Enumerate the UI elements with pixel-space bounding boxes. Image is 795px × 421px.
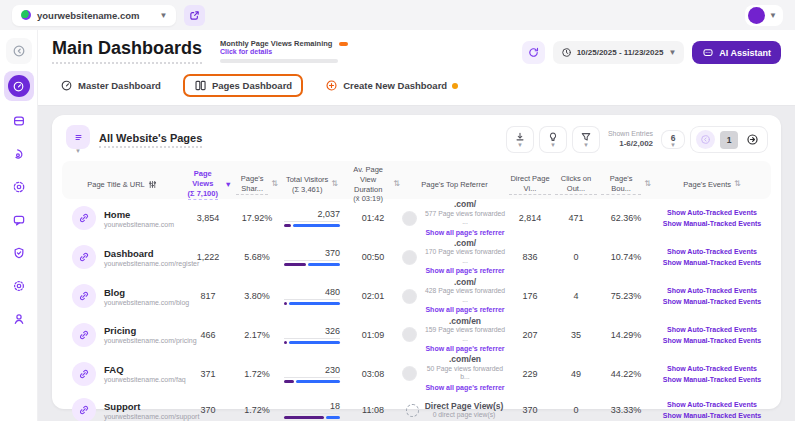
pages-table-card: ▼ All Website's Pages ▼ ▼ <box>52 115 781 409</box>
col-page-views[interactable]: Page Views(Σ 7,100) ▼ <box>182 165 234 203</box>
ai-assistant-button[interactable]: AI Assistant <box>692 41 781 64</box>
date-range-value: 10/25/2025 - 11/23/2025 <box>577 48 664 57</box>
tab-pages-dashboard[interactable]: Pages Dashboard <box>183 74 303 97</box>
show-manual-tracked-events-link[interactable]: Show Manual-Tracked Events <box>653 296 771 307</box>
total-visitors-value: 480 <box>284 287 340 300</box>
sidebar-item-account[interactable] <box>6 306 32 332</box>
col-page-title[interactable]: Page Title & URL <box>62 176 182 194</box>
visitors-bar-purple <box>284 224 291 227</box>
quota-widget[interactable]: Monthly Page Views Remaining Click for d… <box>220 39 348 63</box>
current-page[interactable]: 1 <box>720 131 738 149</box>
next-page-button[interactable] <box>743 130 762 149</box>
sidebar-item-settings[interactable] <box>6 273 32 299</box>
user-menu[interactable]: ▼ <box>745 5 783 26</box>
page-title[interactable]: Blog <box>104 287 189 298</box>
show-auto-tracked-events-link[interactable]: Show Auto-Tracked Events <box>653 399 771 410</box>
page-share-value: 3.80% <box>234 291 280 301</box>
show-all-referrers-link[interactable]: Show all page's referrer <box>425 306 504 315</box>
open-website-button[interactable] <box>184 5 205 26</box>
show-all-referrers-link[interactable]: Show all page's referrer <box>425 229 504 238</box>
bounce-rate-value: 10.74% <box>599 252 653 262</box>
inbox-icon <box>12 114 26 128</box>
col-page-events[interactable]: Page's Events⇅ <box>653 175 771 193</box>
show-manual-tracked-events-link[interactable]: Show Manual-Tracked Events <box>653 218 771 229</box>
page-title[interactable]: FAQ <box>104 364 186 375</box>
total-visitors-value: 18 <box>284 401 340 414</box>
page-views-value: 3,854 <box>182 213 234 223</box>
show-manual-tracked-events-link[interactable]: Show Manual-Tracked Events <box>653 257 771 268</box>
tab-master-dashboard[interactable]: Master Dashboard <box>54 75 167 96</box>
referrer-subtitle: 577 Page views forwarded ... <box>423 210 507 227</box>
page-views-value: 371 <box>182 369 234 379</box>
sidebar-item-inbox[interactable] <box>6 108 32 134</box>
show-manual-tracked-events-link[interactable]: Show Manual-Tracked Events <box>653 374 771 385</box>
shown-entries-label: Shown Entries <box>608 130 653 139</box>
show-manual-tracked-events-link[interactable]: Show Manual-Tracked Events <box>653 410 771 421</box>
sidebar-item-recordings[interactable] <box>6 141 32 167</box>
sidebar-item-dashboards[interactable] <box>4 71 34 101</box>
visitors-bar-purple <box>284 416 324 419</box>
sidebar-item-feedback[interactable] <box>6 207 32 233</box>
page-share-value: 2.17% <box>234 330 280 340</box>
table-widget-icon[interactable] <box>66 125 90 149</box>
avg-duration-value: 01:42 <box>344 213 402 223</box>
show-auto-tracked-events-link[interactable]: Show Auto-Tracked Events <box>653 285 771 296</box>
show-all-referrers-link[interactable]: Show all page's referrer <box>425 345 504 354</box>
show-auto-tracked-events-link[interactable]: Show Auto-Tracked Events <box>653 324 771 335</box>
col-bounce-rate[interactable]: Page's Bou...⇅ <box>599 170 653 200</box>
website-selector[interactable]: yourwebsitename.com ▼ <box>12 5 176 26</box>
sort-icon: ⇅ <box>734 179 741 189</box>
chevron-down-icon: ▼ <box>670 143 676 148</box>
show-auto-tracked-events-link[interactable]: Show Auto-Tracked Events <box>653 363 771 374</box>
visitors-bar <box>284 380 340 383</box>
table-row: Dashboard yourwebsitename.com/register 1… <box>62 238 771 277</box>
sidebar-item-integrations[interactable] <box>6 174 32 200</box>
quota-details-link[interactable]: Click for details <box>220 48 348 55</box>
total-visitors: 2,037 <box>284 209 340 227</box>
page-share-value: 5.68% <box>234 252 280 262</box>
visitors-bar <box>284 224 340 227</box>
col-direct-views[interactable]: Direct Page Vi... <box>507 170 553 200</box>
app-screen: yourwebsitename.com ▼ ▼ <box>0 0 795 421</box>
show-manual-tracked-events-link[interactable]: Show Manual-Tracked Events <box>653 335 771 346</box>
table-row: Pricing yourwebsitename.com/pricing 466 … <box>62 316 771 355</box>
refresh-icon <box>527 46 540 59</box>
col-top-referrer[interactable]: Page's Top Referrer <box>402 176 507 194</box>
direct-views-value: 207 <box>507 330 553 340</box>
show-auto-tracked-events-link[interactable]: Show Auto-Tracked Events <box>653 246 771 257</box>
sort-icon: ⇅ <box>393 179 400 189</box>
show-all-referrers-link[interactable]: Show all page's referrer <box>425 384 504 393</box>
avg-duration-value: 01:09 <box>344 330 402 340</box>
show-auto-tracked-events-link[interactable]: Show Auto-Tracked Events <box>653 207 771 218</box>
referrer-favicon <box>402 366 417 381</box>
page-size-select[interactable]: 6 ▼ <box>662 131 684 148</box>
col-total-visitors[interactable]: Total Visitors(Σ 3,461)⇅ <box>280 171 344 199</box>
filter-button[interactable]: ▼ <box>573 127 599 152</box>
insights-button[interactable]: ▼ <box>540 127 566 152</box>
bounce-rate-value: 14.29% <box>599 330 653 340</box>
export-button[interactable]: ▼ <box>507 127 533 152</box>
shown-entries-value: 1-6/2,002 <box>608 139 653 149</box>
page-title[interactable]: Home <box>104 209 174 220</box>
sidebar-item-panel-toggle[interactable] <box>6 38 32 64</box>
visitors-bar-blue <box>289 302 340 305</box>
page-link-icon <box>72 245 96 269</box>
col-outbound-clicks[interactable]: Clicks on Out... <box>553 170 599 200</box>
referrer-subtitle: 428 Page views forwarded ... <box>423 287 507 304</box>
panel-toggle-icon <box>12 44 26 58</box>
page-link-icon <box>72 323 96 347</box>
prev-page-button[interactable] <box>696 130 715 149</box>
direct-views-value: 229 <box>507 369 553 379</box>
chevron-down-icon: ▼ <box>159 11 167 20</box>
tab-create-new-dashboard[interactable]: Create New Dashboard <box>319 75 464 96</box>
sidebar-item-privacy[interactable] <box>6 240 32 266</box>
total-visitors-value: 230 <box>284 365 340 378</box>
show-all-referrers-link[interactable]: Show all page's referrer <box>425 267 504 276</box>
referrer-title: .com/ <box>423 238 507 249</box>
table-header: Page Title & URL Page Views(Σ 7,100) ▼ P… <box>62 161 771 199</box>
total-visitors-value: 370 <box>284 248 340 261</box>
page-share-value: 1.72% <box>234 405 280 415</box>
date-range-picker[interactable]: 10/25/2025 - 11/23/2025 ▼ <box>553 41 685 64</box>
col-page-share[interactable]: Page's Shar...⇅ <box>234 170 280 200</box>
refresh-button[interactable] <box>522 41 545 64</box>
